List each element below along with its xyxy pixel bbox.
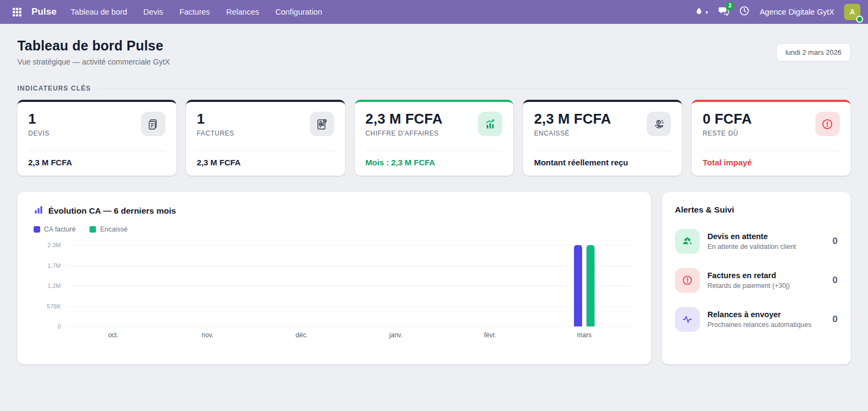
kpi-section-heading-row: INDICATEURS CLÉS: [17, 85, 851, 92]
legend-swatch-purple: [34, 226, 40, 233]
bar-group-mars: [537, 245, 631, 326]
chart-legend: CA facturé Encaissé: [34, 226, 635, 233]
kpi-label: RESTE DÛ: [703, 130, 752, 137]
nav-item-factures[interactable]: Factures: [180, 8, 210, 16]
users-icon: [675, 229, 700, 254]
avatar[interactable]: A: [844, 4, 860, 20]
y-tick-label: 1.7M: [36, 262, 61, 269]
bar-group-dc: [254, 245, 349, 326]
chart-plot: 2.3M1.7M1.2M578K0: [66, 245, 631, 326]
alert-row-factures-en-retard[interactable]: Factures en retard Retards de paiement (…: [675, 268, 838, 293]
bottom-row: Évolution CA — 6 derniers mois CA factur…: [17, 192, 851, 364]
x-axis-label: févr.: [443, 331, 538, 339]
alert-circle-icon: [815, 112, 840, 136]
alerts-card: Alertes & Suivi Devis en attente En atte…: [662, 192, 851, 364]
x-axis-label: janv.: [349, 331, 443, 339]
kpi-footer: Mois : 2,3 M FCFA: [366, 158, 503, 167]
y-tick-label: 1.2M: [36, 282, 61, 289]
bar-groups: [66, 245, 631, 326]
bar-group-nov: [161, 245, 255, 326]
alert-count: 0: [833, 314, 838, 325]
kpi-value: 0 FCFA: [703, 112, 752, 126]
messages-button[interactable]: 3: [718, 5, 729, 19]
alert-subtitle: En attente de validation client: [707, 243, 796, 251]
org-name[interactable]: Agence Digitale GytX: [760, 8, 834, 16]
bar-encaiss-: [586, 245, 595, 326]
kpi-value: 1: [28, 112, 49, 126]
kpi-label: DEVIS: [28, 130, 49, 137]
bar-ca-factur-: [574, 245, 582, 326]
chart-growth-icon: [478, 112, 502, 136]
messages-count-badge: 3: [725, 2, 734, 10]
legend-item-encaisse: Encaissé: [90, 226, 127, 233]
online-status-dot: [856, 16, 863, 23]
y-tick-label: 0: [36, 323, 61, 330]
main-content: Tableau de bord Pulse Vue stratégique — …: [0, 38, 868, 364]
alert-count: 0: [833, 275, 838, 286]
nav-item-configuration[interactable]: Configuration: [276, 8, 322, 16]
kpi-label: ENCAISSÉ: [534, 130, 611, 137]
alert-subtitle: Prochaines relances automatiques: [707, 321, 812, 329]
invoice-icon: [310, 112, 334, 136]
kpi-card-factures[interactable]: 1 FACTURES 2,3 M FCFA: [186, 100, 345, 176]
kpi-value: 1: [197, 112, 234, 126]
kpi-card-reste-du[interactable]: 0 FCFA RESTE DÛ Total impayé: [692, 100, 851, 176]
section-divider: [99, 88, 851, 89]
kpi-card-devis[interactable]: 1 DEVIS 2,3 M FCFA: [17, 100, 176, 176]
kpi-footer: Total impayé: [703, 158, 840, 167]
bar-group-oct: [66, 245, 161, 326]
nav-item-relances[interactable]: Relances: [226, 8, 259, 16]
alert-subtitle: Retards de paiement (+30j): [707, 282, 790, 290]
divider: [366, 151, 503, 151]
avatar-letter: A: [850, 8, 855, 16]
nav-item-devis[interactable]: Devis: [143, 8, 163, 16]
x-axis-labels: oct.nov.déc.janv.févr.mars: [66, 331, 631, 339]
kpi-card-chiffre-affaires[interactable]: 2,3 M FCFA CHIFFRE D'AFFAIRES Mois : 2,3…: [355, 100, 514, 176]
y-tick-label: 2.3M: [36, 242, 61, 248]
kpi-value: 2,3 M FCFA: [534, 112, 611, 126]
documents-icon: [141, 112, 165, 136]
money-received-icon: [647, 112, 671, 136]
kpi-footer: 2,3 M FCFA: [197, 158, 334, 167]
legend-label: CA facturé: [44, 226, 75, 233]
kpi-label: FACTURES: [197, 130, 234, 137]
alert-row-relances-a-envoyer[interactable]: Relances à envoyer Prochaines relances a…: [675, 307, 838, 332]
divider: [197, 151, 334, 151]
chart-title: Évolution CA — 6 derniers mois: [48, 206, 176, 216]
theme-drop-menu[interactable]: ▾: [694, 7, 708, 18]
kpi-section-heading: INDICATEURS CLÉS: [17, 85, 91, 92]
navbar: Pulse Tableau de bord Devis Factures Rel…: [0, 0, 868, 24]
x-axis-label: déc.: [254, 331, 349, 339]
kpi-footer: 2,3 M FCFA: [28, 158, 165, 167]
kpi-label: CHIFFRE D'AFFAIRES: [366, 130, 443, 137]
divider: [28, 151, 165, 151]
legend-item-ca-facture: CA facturé: [34, 226, 75, 233]
kpi-grid: 1 DEVIS 2,3 M FCFA 1 FACTURES: [17, 100, 851, 176]
nav-item-tableau-de-bord[interactable]: Tableau de bord: [71, 8, 127, 16]
y-tick-label: 578K: [36, 303, 61, 310]
alert-title: Devis en attente: [707, 232, 796, 241]
gridline: 0: [66, 326, 631, 327]
apps-grid-icon[interactable]: [8, 3, 26, 21]
legend-label: Encaissé: [100, 226, 127, 233]
page-subtitle: Vue stratégique — activité commerciale G…: [17, 57, 170, 66]
x-axis-label: mars: [537, 331, 631, 339]
legend-swatch-green: [90, 226, 96, 233]
alert-row-devis-en-attente[interactable]: Devis en attente En attente de validatio…: [675, 229, 838, 254]
kpi-value: 2,3 M FCFA: [366, 112, 443, 126]
alert-title: Factures en retard: [707, 271, 790, 280]
revenue-chart-card: Évolution CA — 6 derniers mois CA factur…: [17, 192, 651, 364]
x-axis-label: nov.: [161, 331, 255, 339]
main-nav: Tableau de bord Devis Factures Relances …: [71, 8, 322, 16]
activity-icon: [675, 307, 700, 332]
alert-count: 0: [833, 236, 838, 247]
page-title: Tableau de bord Pulse: [17, 38, 170, 54]
drop-icon: [694, 7, 704, 18]
kpi-card-encaisse[interactable]: 2,3 M FCFA ENCAISSÉ Montant réellement r…: [523, 100, 682, 176]
date-badge: lundi 2 mars 2026: [776, 43, 851, 61]
brand-logo[interactable]: Pulse: [31, 7, 56, 17]
divider: [534, 151, 671, 151]
history-button[interactable]: [739, 5, 750, 18]
bar-group-janv: [349, 245, 443, 326]
alerts-title: Alertes & Suivi: [675, 205, 838, 215]
